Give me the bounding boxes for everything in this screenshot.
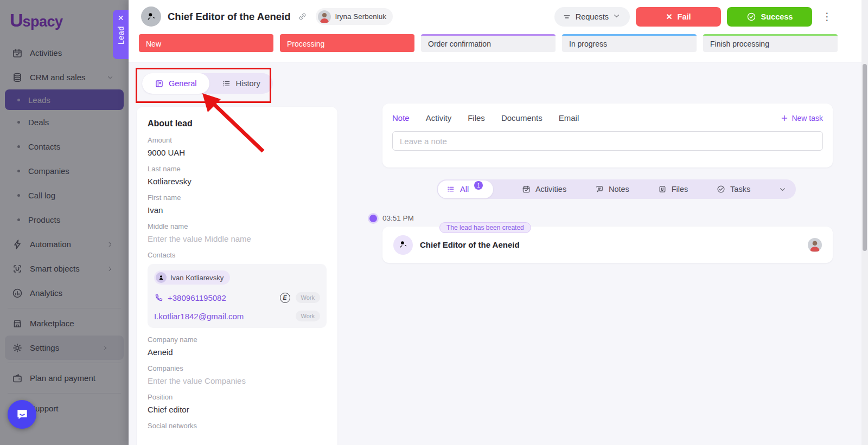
field-label: Amount (148, 136, 327, 144)
phone-icon (154, 293, 163, 302)
first-name-value[interactable]: Ivan (148, 205, 327, 215)
check-circle-icon (746, 12, 756, 22)
list-icon (446, 185, 455, 194)
pipeline-stages: New Processing Order confirmation In pro… (139, 34, 838, 52)
tab-documents[interactable]: Documents (501, 113, 542, 122)
field-label: Position (148, 393, 327, 401)
amount-value[interactable]: 9000 UAH (148, 148, 327, 157)
event-label: The lead has been created (439, 222, 531, 233)
field-label: First name (148, 194, 327, 202)
echat-icon[interactable]: E (280, 293, 290, 303)
tab-note[interactable]: Note (392, 113, 410, 122)
phone-row: +380961195082 E Work (154, 292, 320, 303)
plus-icon (781, 114, 788, 122)
requests-label: Requests (576, 12, 609, 21)
chat-bubble-icon (15, 408, 29, 422)
list-icon (222, 79, 231, 88)
assignee-name: Iryna Serbeniuk (335, 12, 386, 21)
email-link[interactable]: I.kotliar1842@gmail.com (154, 312, 244, 321)
action-tabs: Note Activity Files Documents Email New … (392, 113, 823, 122)
count-badge: 1 (474, 181, 483, 190)
journal-icon (155, 79, 164, 88)
note-bubble-icon (595, 185, 604, 194)
tab-email[interactable]: Email (559, 113, 579, 122)
filter-icon (563, 12, 571, 21)
field-label: Companies (148, 364, 327, 372)
filter-notes[interactable]: Notes (595, 185, 629, 194)
filter-activities[interactable]: Activities (522, 185, 566, 194)
about-lead-title: About lead (148, 119, 327, 128)
overlay-scrim[interactable] (0, 0, 129, 445)
link-icon[interactable] (298, 12, 307, 21)
new-task-button[interactable]: New task (781, 114, 823, 122)
stage-order-confirmation[interactable]: Order confirmation (421, 34, 556, 52)
timeline-dot (369, 215, 377, 222)
success-button[interactable]: Success (727, 7, 812, 27)
page-title: Chief Editor of the Aeneid (168, 11, 290, 23)
companies-placeholder[interactable]: Enter the value Companies (148, 376, 327, 385)
chevron-down-icon[interactable] (779, 186, 786, 193)
work-badge: Work (296, 311, 320, 321)
lead-tab-label: Lead (117, 26, 125, 44)
avatar[interactable] (808, 238, 822, 252)
note-input[interactable] (392, 131, 823, 151)
field-label: Last name (148, 165, 327, 173)
chevron-down-icon (613, 12, 622, 21)
person-icon (156, 272, 167, 283)
close-icon[interactable]: ✕ (118, 14, 124, 22)
requests-dropdown[interactable]: Requests (554, 7, 630, 27)
timeline-filterbar: All 1 Activities Notes Files Tasks (437, 179, 796, 199)
lead-header: Chief Editor of the Aeneid Iryna Serbeni… (129, 0, 868, 33)
tab-activity[interactable]: Activity (426, 113, 452, 122)
lead-content: General History About lead Amount 9000 U… (129, 62, 868, 445)
field-label: Contacts (148, 251, 327, 259)
support-chat-button[interactable] (8, 400, 36, 429)
position-value[interactable]: Chief editor (148, 405, 327, 414)
avatar (318, 10, 331, 23)
tab-general[interactable]: General (142, 73, 209, 94)
x-icon: ✕ (666, 12, 672, 21)
email-row: I.kotliar1842@gmail.com Work (154, 311, 320, 321)
lead-panel: ✕ Lead Chief Editor of the Aeneid Iryna … (129, 0, 868, 445)
contacts-box: Ivan Kotliarevsky +380961195082 E Work I… (148, 264, 327, 328)
stage-finish-processing[interactable]: Finish processing (703, 34, 838, 52)
scrollbar-thumb[interactable] (863, 64, 867, 251)
calendar-check-icon (522, 185, 531, 194)
fail-button[interactable]: ✕ Fail (636, 7, 721, 27)
filter-files[interactable]: Files (658, 185, 688, 194)
about-lead-card: About lead Amount 9000 UAH Last name Kot… (137, 107, 337, 445)
tab-history[interactable]: History (209, 73, 273, 94)
event-card-title: Chief Editor of the Aeneid (420, 240, 520, 249)
stage-new[interactable]: New (139, 34, 273, 52)
assignee-chip[interactable]: Iryna Serbeniuk (316, 8, 393, 25)
lead-panel-tab[interactable]: ✕ Lead (113, 10, 129, 59)
contact-chip[interactable]: Ivan Kotliarevsky (154, 270, 230, 285)
last-name-value[interactable]: Kotliarevsky (148, 177, 327, 186)
actions-card: Note Activity Files Documents Email New … (382, 104, 833, 167)
tab-files[interactable]: Files (468, 113, 485, 122)
field-label: Middle name (148, 222, 327, 230)
middle-name-placeholder[interactable]: Enter the value Middle name (148, 234, 327, 243)
company-name-value[interactable]: Aeneid (148, 347, 327, 357)
stage-processing[interactable]: Processing (280, 34, 414, 52)
lead-type-icon (141, 7, 161, 27)
filter-tasks[interactable]: Tasks (717, 185, 750, 194)
field-label: Company name (148, 336, 327, 344)
check-circle-icon (717, 185, 725, 194)
view-tabs: General History (142, 73, 273, 94)
stage-in-progress[interactable]: In progress (562, 34, 697, 52)
timeline-time: 03:51 PM (382, 214, 414, 222)
phone-link[interactable]: +380961195082 (154, 293, 226, 302)
lead-type-icon (393, 235, 413, 255)
paperclip-icon (658, 185, 667, 194)
header-actions: Requests ✕ Fail Success ⋮ (554, 7, 834, 27)
field-label: Social networks (148, 422, 327, 430)
filter-all[interactable]: All 1 (438, 180, 493, 198)
kebab-menu-icon[interactable]: ⋮ (820, 10, 834, 23)
work-badge: Work (296, 292, 320, 303)
